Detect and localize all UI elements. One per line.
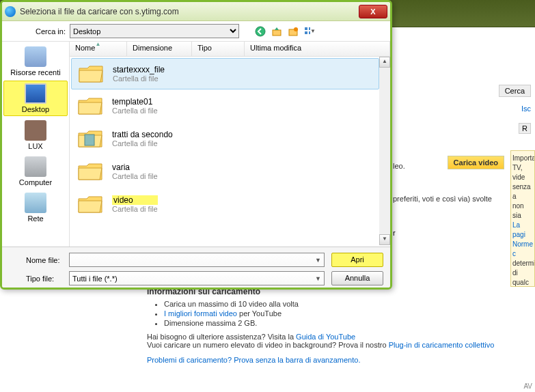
desktop-icon — [25, 83, 46, 104]
info-line: determi — [512, 259, 533, 268]
file-type: Cartella di file — [112, 107, 158, 115]
svg-rect-6 — [305, 31, 307, 34]
sidebar-item-label: Computer — [19, 178, 52, 186]
folder-icon — [77, 160, 104, 182]
svg-point-0 — [256, 27, 265, 36]
info-box: Importa TV, vide senza a non sia La pagi… — [510, 150, 535, 287]
close-button[interactable]: X — [359, 5, 387, 18]
folder-icon — [77, 193, 104, 215]
chevron-down-icon: ▼ — [315, 275, 321, 282]
new-folder-icon[interactable] — [287, 25, 299, 38]
file-type: Cartella di file — [112, 172, 158, 180]
info-link[interactable]: Norme c — [512, 240, 533, 259]
computer-icon — [25, 156, 46, 177]
folder-icon — [77, 95, 104, 117]
network-icon — [25, 193, 46, 213]
av-label: AV — [523, 382, 532, 390]
sidebar-item-network[interactable]: Rete — [3, 191, 68, 225]
column-size[interactable]: Dimensione — [127, 42, 192, 56]
info-line: Importa — [512, 154, 533, 163]
info-line: non sia — [512, 201, 533, 221]
upload-problems-link[interactable]: Problemi di caricamento? Prova senza la … — [147, 356, 360, 364]
info-list-text: per YouTube — [237, 309, 282, 318]
file-name: startexxxx_file — [113, 65, 165, 74]
info-list-item: Carica un massimo di 10 video alla volta — [164, 300, 531, 308]
file-name: varia — [112, 163, 158, 172]
file-list: ▲Nome Dimensione Tipo Ultima modifica ▲ … — [69, 42, 390, 247]
sidebar-item-label: LUX — [28, 142, 42, 150]
search-area: Cerca — [499, 85, 531, 97]
file-row[interactable]: varia Cartella di file — [70, 155, 379, 188]
sort-asc-icon: ▲ — [96, 41, 101, 47]
file-type: Cartella di file — [112, 139, 173, 148]
recent-icon — [25, 46, 46, 67]
sidebar-item-label: Desktop — [22, 105, 49, 113]
bg-text-pref: preferiti, voti e così via) svolte — [393, 195, 492, 203]
upload-info-section: Informazioni sul caricamento Carica un m… — [147, 287, 531, 364]
help-line: Vuoi caricare un numero elevato di video… — [147, 341, 531, 349]
info-line: senza a — [512, 182, 533, 201]
cancel-button[interactable]: Annulla — [331, 271, 383, 285]
bg-text-leo: leo. — [393, 162, 405, 170]
chevron-down-icon: ▼ — [315, 257, 321, 264]
search-button[interactable]: Cerca — [499, 85, 531, 97]
filetype-combobox[interactable]: Tutti i file (*.*) ▼ — [69, 271, 325, 285]
back-icon[interactable] — [254, 25, 266, 38]
column-headers: ▲Nome Dimensione Tipo Ultima modifica — [70, 42, 390, 57]
scroll-up-icon[interactable]: ▲ — [379, 57, 390, 68]
sidebar-item-label: Risorse recenti — [10, 68, 60, 76]
scrollbar[interactable]: ▲ ▼ — [379, 57, 390, 245]
file-rows: ▲ ▼ startexxxx_file Cartella di file tem… — [70, 57, 390, 245]
folder-icon — [77, 128, 104, 150]
filename-combobox[interactable]: ▼ — [69, 253, 325, 267]
sidebar-item-user[interactable]: LUX — [3, 118, 68, 152]
help-text: Vuoi caricare un numero elevato di video… — [147, 341, 389, 349]
svg-point-3 — [294, 27, 298, 31]
dialog-titlebar[interactable]: Seleziona il file da caricare con s.ytim… — [2, 2, 390, 21]
svg-rect-1 — [273, 30, 281, 36]
places-sidebar: Risorse recenti Desktop LUX Computer Ret… — [2, 42, 69, 247]
info-list-item: I migliori formati video per YouTube — [164, 309, 531, 318]
column-type[interactable]: Tipo — [192, 42, 245, 56]
filename-label: Nome file: — [9, 256, 62, 264]
open-button[interactable]: Apri — [331, 253, 383, 267]
view-mode-icon[interactable]: ▼ — [303, 25, 316, 38]
column-modified[interactable]: Ultima modifica — [245, 42, 390, 56]
sidebar-item-desktop[interactable]: Desktop — [3, 81, 68, 116]
dialog-toolbar: Cerca in: Desktop ▼ — [2, 21, 390, 42]
svg-rect-4 — [305, 27, 307, 30]
best-formats-link[interactable]: I migliori formati video — [164, 309, 237, 318]
help-text: Hai bisogno di ulteriore assistenza? Vis… — [147, 333, 296, 341]
info-list-item: Dimensione massima 2 GB. — [164, 319, 531, 327]
file-row[interactable]: template01 Cartella di file — [70, 89, 379, 122]
up-folder-icon[interactable] — [271, 25, 283, 38]
youtube-guide-link[interactable]: Guida di YouTube — [296, 333, 355, 341]
file-type: Cartella di file — [112, 205, 158, 213]
info-link[interactable]: La pagi — [512, 221, 533, 240]
folder-icon — [77, 63, 105, 85]
file-row[interactable]: startexxxx_file Cartella di file — [71, 58, 379, 89]
filetype-label: Tipo file: — [9, 275, 62, 283]
file-name: template01 — [112, 97, 158, 107]
upload-video-button[interactable]: Carica video — [448, 156, 504, 169]
subscribe-link[interactable]: Isc — [521, 104, 531, 113]
sidebar-item-recent[interactable]: Risorse recenti — [3, 44, 68, 79]
user-icon — [25, 120, 46, 141]
column-label: Nome — [75, 44, 95, 52]
file-row[interactable]: tratti da secondo Cartella di file — [70, 122, 379, 155]
info-line: di qualc — [512, 268, 533, 287]
sidebar-item-label: Rete — [27, 214, 43, 223]
ie-icon — [5, 6, 16, 17]
r-button[interactable]: R — [519, 123, 531, 134]
file-name: video — [112, 195, 158, 205]
column-name[interactable]: ▲Nome — [70, 42, 127, 56]
sidebar-item-computer[interactable]: Computer — [3, 154, 68, 188]
file-type: Cartella di file — [113, 74, 165, 83]
file-name: tratti da secondo — [112, 130, 173, 139]
file-row[interactable]: video Cartella di file — [70, 188, 379, 221]
bulk-upload-plugin-link[interactable]: Plug-in di caricamento collettivo — [389, 341, 495, 349]
dialog-title: Seleziona il file da caricare con s.ytim… — [20, 7, 359, 16]
scroll-down-icon[interactable]: ▼ — [379, 234, 390, 245]
bg-text-r: r — [393, 229, 396, 237]
search-in-dropdown[interactable]: Desktop — [70, 24, 239, 38]
